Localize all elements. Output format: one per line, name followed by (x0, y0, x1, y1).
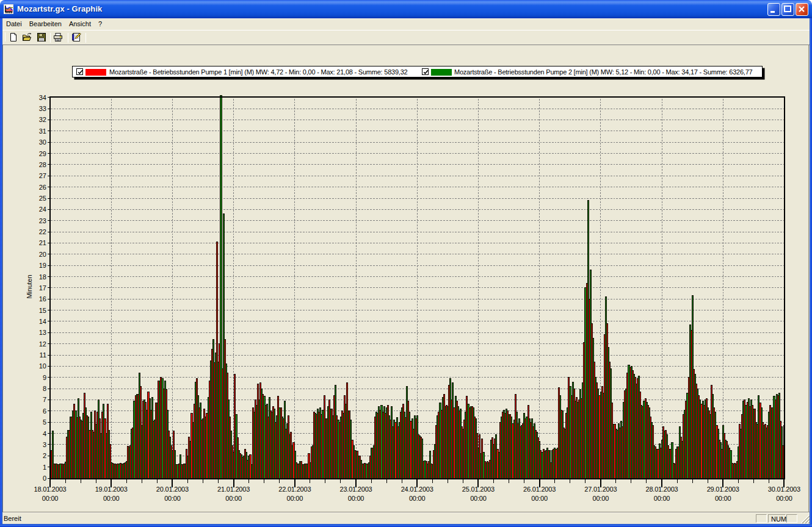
svg-text:12: 12 (39, 340, 46, 348)
svg-text:Minuten: Minuten (26, 274, 33, 298)
svg-text:7: 7 (43, 396, 46, 403)
svg-text:23: 23 (39, 217, 46, 224)
svg-text:22.01.2003: 22.01.2003 (278, 486, 311, 493)
svg-text:5: 5 (43, 418, 46, 426)
svg-text:27.01.2003: 27.01.2003 (584, 486, 617, 493)
svg-text:4: 4 (43, 430, 46, 437)
svg-text:00:00: 00:00 (593, 495, 609, 502)
svg-text:18.01.2003: 18.01.2003 (34, 486, 66, 493)
svg-text:10: 10 (39, 362, 46, 370)
svg-text:00:00: 00:00 (287, 495, 303, 502)
svg-text:18: 18 (39, 273, 46, 281)
svg-text:16: 16 (39, 295, 46, 303)
svg-text:0: 0 (43, 475, 46, 482)
svg-text:25: 25 (39, 195, 46, 202)
svg-text:00:00: 00:00 (164, 495, 181, 502)
svg-text:19.01.2003: 19.01.2003 (95, 486, 128, 493)
svg-text:15: 15 (39, 307, 46, 314)
svg-text:32: 32 (39, 116, 46, 123)
svg-text:2: 2 (43, 452, 46, 459)
svg-text:34: 34 (39, 94, 46, 101)
svg-text:28.01.2003: 28.01.2003 (645, 486, 678, 493)
svg-text:22: 22 (39, 228, 46, 235)
svg-text:00:00: 00:00 (225, 495, 242, 502)
svg-text:1: 1 (43, 464, 46, 471)
svg-text:00:00: 00:00 (409, 495, 426, 502)
svg-text:21: 21 (39, 239, 46, 246)
svg-text:23.01.2003: 23.01.2003 (339, 486, 372, 493)
svg-text:21.01.2003: 21.01.2003 (217, 486, 250, 493)
svg-text:26.01.2003: 26.01.2003 (523, 486, 556, 493)
svg-text:00:00: 00:00 (470, 495, 487, 502)
svg-text:24: 24 (39, 206, 46, 213)
svg-text:28: 28 (39, 161, 46, 168)
svg-text:31: 31 (39, 127, 46, 135)
svg-text:8: 8 (43, 385, 46, 392)
svg-text:29.01.2003: 29.01.2003 (707, 486, 739, 493)
svg-text:17: 17 (39, 284, 46, 292)
svg-text:27: 27 (39, 172, 46, 179)
svg-text:19: 19 (39, 262, 46, 269)
svg-text:30.01.2003: 30.01.2003 (768, 486, 800, 493)
svg-text:6: 6 (43, 407, 46, 415)
svg-text:33: 33 (39, 105, 46, 112)
svg-text:29: 29 (39, 150, 46, 157)
svg-text:00:00: 00:00 (42, 495, 59, 502)
svg-text:9: 9 (43, 374, 46, 381)
svg-text:20.01.2003: 20.01.2003 (156, 486, 189, 493)
svg-text:00:00: 00:00 (776, 495, 792, 502)
svg-text:20: 20 (39, 251, 46, 258)
svg-text:30: 30 (39, 138, 46, 146)
svg-text:11: 11 (40, 351, 46, 359)
svg-text:24.01.2003: 24.01.2003 (401, 486, 433, 493)
svg-text:13: 13 (39, 329, 46, 336)
svg-text:26: 26 (39, 184, 46, 191)
svg-text:14: 14 (39, 318, 46, 325)
svg-text:00:00: 00:00 (715, 495, 731, 502)
svg-text:3: 3 (43, 441, 46, 448)
svg-text:25.01.2003: 25.01.2003 (462, 486, 495, 493)
svg-text:00:00: 00:00 (348, 495, 364, 502)
svg-text:00:00: 00:00 (654, 495, 670, 502)
svg-text:00:00: 00:00 (103, 495, 120, 502)
svg-text:00:00: 00:00 (531, 495, 548, 502)
